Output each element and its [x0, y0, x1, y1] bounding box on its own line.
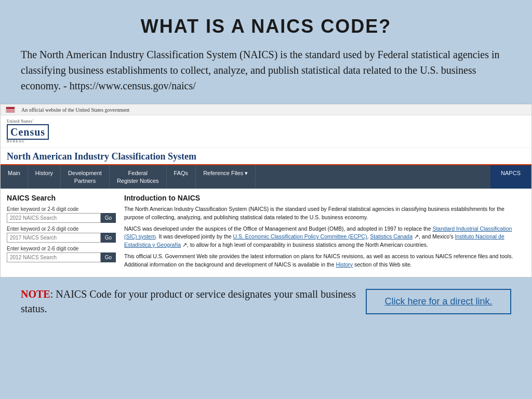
- nav-item-federal-register[interactable]: FederalRegister Notices: [110, 165, 167, 189]
- search-input-2017[interactable]: [7, 233, 101, 243]
- search-row-1: Go: [7, 213, 116, 223]
- sidebar: NAICS Search Enter keyword or 2-6 digit …: [7, 194, 116, 272]
- naics-page-title: North American Industry Classification S…: [1, 148, 531, 165]
- search-row-3: Go: [7, 252, 116, 262]
- intro-paragraph-3: This official U.S. Government Web site p…: [124, 252, 525, 269]
- nav-item-napcs[interactable]: NAPCS: [490, 165, 531, 189]
- bottom-section: NOTE: NAICS Code for your product or ser…: [0, 277, 532, 325]
- ecpc-link[interactable]: U.S. Economic Classification Policy Comm…: [233, 233, 367, 240]
- sidebar-title: NAICS Search: [7, 194, 116, 202]
- search-row-2: Go: [7, 233, 116, 243]
- note-label: NOTE: [21, 288, 50, 300]
- content-area: NAICS Search Enter keyword or 2-6 digit …: [1, 189, 531, 277]
- search-label-2: Enter keyword or 2-6 digit code: [7, 226, 116, 232]
- search-btn-2012[interactable]: Go: [101, 252, 116, 262]
- intro-paragraph-2: NAICS was developed under the auspices o…: [124, 225, 525, 249]
- note-body: : NAICS Code for your product or service…: [21, 288, 356, 314]
- official-bar: An official website of the United States…: [1, 104, 531, 115]
- direct-link-button[interactable]: Click here for a direct link.: [366, 289, 511, 314]
- search-label-1: Enter keyword or 2-6 digit code: [7, 206, 116, 212]
- intro-title: Introduction to NAICS: [124, 194, 525, 202]
- nav-bar: Main History DevelopmentPartners Federal…: [1, 165, 531, 189]
- census-logo: United States' Census Bureau: [7, 119, 525, 143]
- census-logo-bar: United States' Census Bureau: [1, 115, 531, 148]
- history-link[interactable]: History: [336, 261, 353, 268]
- official-text: An official website of the United States…: [21, 107, 129, 113]
- main-content: Introduction to NAICS The North American…: [124, 194, 525, 272]
- browser-window: An official website of the United States…: [0, 104, 532, 277]
- search-input-2022[interactable]: [7, 213, 101, 223]
- search-btn-2017[interactable]: Go: [101, 233, 116, 243]
- intro-paragraph-1: The North American Industry Classificati…: [124, 205, 525, 222]
- search-btn-2022[interactable]: Go: [101, 213, 116, 223]
- nav-item-history[interactable]: History: [28, 165, 61, 189]
- nav-spacer: [256, 165, 490, 189]
- search-label-3: Enter keyword or 2-6 digit code: [7, 246, 116, 251]
- main-description: The North American Industry Classificati…: [21, 47, 511, 94]
- search-input-2012[interactable]: [7, 252, 101, 262]
- census-logo-top: United States': [7, 119, 33, 124]
- note-container: NOTE: NAICS Code for your product or ser…: [21, 287, 366, 316]
- nav-item-faqs[interactable]: FAQs: [167, 165, 196, 189]
- nav-item-main[interactable]: Main: [1, 165, 28, 189]
- census-logo-main: Census: [7, 124, 49, 140]
- stats-canada-link[interactable]: Statistics Canada: [370, 233, 413, 240]
- note-text: NOTE: NAICS Code for your product or ser…: [21, 288, 356, 314]
- nav-item-reference-files[interactable]: Reference Files ▾: [196, 165, 256, 189]
- nav-item-development-partners[interactable]: DevelopmentPartners: [61, 165, 110, 189]
- top-section: WHAT IS A NAICS CODE? The North American…: [0, 0, 532, 104]
- main-title: WHAT IS A NAICS CODE?: [21, 16, 511, 37]
- census-logo-bottom: Bureau: [7, 140, 25, 144]
- us-flag-icon: [6, 107, 15, 113]
